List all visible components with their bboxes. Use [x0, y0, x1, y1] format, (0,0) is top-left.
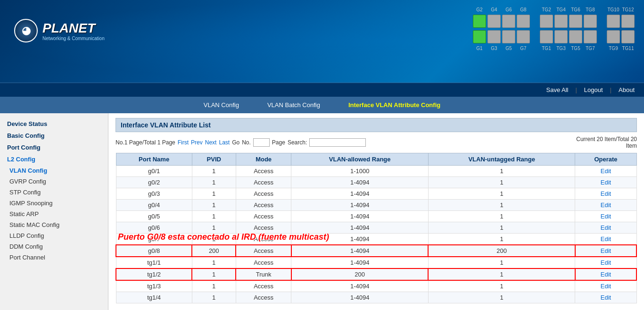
vlan-attribute-table: Port Name PVID Mode VLAN-allowed Range V…	[116, 153, 637, 303]
port-top-row[interactable]	[473, 15, 635, 28]
sidebar-item-port-channel[interactable]: Port Channel	[0, 252, 108, 263]
header: ◕ PLANET Networking & Communication G2 G…	[0, 0, 644, 83]
table-row: g0/1 1 Access 1-1000 1 Edit	[116, 166, 636, 177]
port-TG8[interactable]	[584, 15, 597, 28]
brand-tagline: Networking & Communication	[42, 36, 105, 41]
table-row: g0/5 1 Access 1-4094 1 Edit	[116, 211, 636, 222]
edit-g06[interactable]: Edit	[601, 224, 611, 231]
port-G8[interactable]	[517, 15, 530, 28]
search-input[interactable]	[309, 138, 366, 147]
edit-tg14[interactable]: Edit	[601, 294, 611, 301]
top-nav: Save All | Logout | About	[0, 83, 644, 97]
port-TG6[interactable]	[569, 15, 582, 28]
col-mode: Mode	[236, 153, 291, 166]
main-layout: Device Status Basic Config Port Config L…	[0, 113, 644, 310]
edit-g05[interactable]: Edit	[601, 213, 611, 220]
page-number-input[interactable]	[253, 138, 270, 147]
sidebar-item-static-mac-config[interactable]: Static MAC Config	[0, 219, 108, 230]
sidebar-item-basic-config[interactable]: Basic Config	[0, 130, 108, 142]
port-G4[interactable]	[487, 15, 501, 28]
port-bottom-row[interactable]	[473, 30, 635, 43]
sidebar-item-gvrp-config[interactable]: GVRP Config	[0, 176, 108, 187]
table-row: g0/6 1 Access 1-4094 1 Edit	[116, 222, 636, 234]
edit-g01[interactable]: Edit	[601, 168, 611, 175]
col-vlan-allowed: VLAN-allowed Range	[291, 153, 428, 166]
edit-g04[interactable]: Edit	[601, 201, 611, 209]
sidebar-item-l2-config[interactable]: L2 Config	[0, 153, 108, 165]
pagination-bar: No.1 Page/Total 1 Page First Prev Next L…	[116, 136, 637, 149]
port-TG4[interactable]	[554, 15, 568, 28]
prev-page-link[interactable]: Prev	[191, 139, 203, 146]
port-bottom-labels: G1 G3 G5 G7 TG1 TG3 TG5 TG7 TG9 TG11	[473, 46, 635, 51]
table-row: g0/4 1 Access 1-4094 1 Edit	[116, 200, 636, 211]
brand-name: PLANET	[42, 21, 105, 36]
edit-g08[interactable]: Edit	[601, 247, 611, 254]
menu-bar: VLAN Config VLAN Batch Config Interface …	[0, 97, 644, 113]
no-label: No.	[242, 139, 251, 146]
port-panel: G2 G4 G6 G8 TG2 TG4 TG6 TG8 TG10 TG12	[473, 7, 635, 51]
go-label: Go	[232, 139, 239, 146]
sidebar-item-port-config[interactable]: Port Config	[0, 142, 108, 153]
port-TG5[interactable]	[569, 30, 582, 43]
logo-text: PLANET Networking & Communication	[42, 21, 105, 41]
sidebar-item-device-status[interactable]: Device Status	[0, 118, 108, 130]
port-G6[interactable]	[502, 15, 515, 28]
col-pvid: PVID	[192, 153, 236, 166]
port-TG11[interactable]	[621, 30, 635, 43]
table-row-g08: g0/8 200 Access 1-4094 200 Edit	[116, 245, 636, 257]
port-TG1[interactable]	[540, 30, 553, 43]
port-TG2[interactable]	[540, 15, 553, 28]
edit-g02[interactable]: Edit	[601, 179, 611, 186]
menu-interface-vlan-attr-config[interactable]: Interface VLAN Attribute Config	[348, 101, 440, 109]
edit-tg12[interactable]: Edit	[601, 271, 611, 278]
col-port-name: Port Name	[116, 153, 192, 166]
logout-link[interactable]: Logout	[584, 86, 603, 93]
port-G1[interactable]	[473, 30, 486, 43]
menu-vlan-batch-config[interactable]: VLAN Batch Config	[267, 101, 320, 109]
page-info: No.1 Page/Total 1 Page	[116, 139, 175, 146]
sidebar-item-lldp-config[interactable]: LLDP Config	[0, 230, 108, 241]
first-page-link[interactable]: First	[178, 139, 189, 146]
port-G2[interactable]	[473, 15, 486, 28]
sidebar: Device Status Basic Config Port Config L…	[0, 113, 108, 310]
table-row: g0/7 1 Access 1-4094 1 Edit	[116, 234, 636, 245]
menu-vlan-config[interactable]: VLAN Config	[204, 101, 239, 109]
sidebar-item-vlan-config[interactable]: VLAN Config	[0, 165, 108, 176]
panel-title: Interface VLAN Attribute List	[116, 118, 637, 132]
table-row: tg1/4 1 Access 1-4094 1 Edit	[116, 292, 636, 303]
table-row: tg1/1 1 Access 1-4094 1 Edit	[116, 257, 636, 268]
port-TG3[interactable]	[554, 30, 568, 43]
table-row: g0/2 1 Access 1-4094 1 Edit	[116, 177, 636, 188]
port-G7[interactable]	[517, 30, 530, 43]
next-page-link[interactable]: Next	[205, 139, 217, 146]
last-page-link[interactable]: Last	[219, 139, 230, 146]
sidebar-item-stp-config[interactable]: STP Config	[0, 187, 108, 198]
logo-icon: ◕	[14, 19, 38, 42]
search-label: Search:	[288, 139, 307, 146]
port-TG7[interactable]	[584, 30, 597, 43]
edit-tg13[interactable]: Edit	[601, 283, 611, 290]
sidebar-item-static-arp[interactable]: Static ARP	[0, 209, 108, 219]
table-wrapper: Puerto G0/8 esta conectado al IRD (fuent…	[116, 153, 637, 303]
port-G3[interactable]	[487, 30, 501, 43]
port-TG12[interactable]	[621, 15, 635, 28]
about-link[interactable]: About	[619, 86, 635, 93]
edit-tg11[interactable]: Edit	[601, 259, 611, 266]
logo: ◕ PLANET Networking & Communication	[14, 19, 105, 42]
col-vlan-untagged: VLAN-untagged Range	[428, 153, 575, 166]
table-row: g0/3 1 Access 1-4094 1 Edit	[116, 188, 636, 200]
col-operate: Operate	[575, 153, 636, 166]
save-all-link[interactable]: Save All	[546, 86, 568, 93]
port-top-labels: G2 G4 G6 G8 TG2 TG4 TG6 TG8 TG10 TG12	[473, 7, 635, 12]
sidebar-item-ddm-config[interactable]: DDM Config	[0, 241, 108, 252]
sidebar-item-igmp-snooping[interactable]: IGMP Snooping	[0, 198, 108, 209]
content-area: Interface VLAN Attribute List No.1 Page/…	[108, 113, 644, 310]
current-info: Current 20 Item/Total 20 Item	[576, 136, 637, 149]
table-row: tg1/3 1 Access 1-4094 1 Edit	[116, 280, 636, 292]
table-row-tg12: tg1/2 1 Trunk 200 1 Edit	[116, 268, 636, 280]
port-TG9[interactable]	[607, 30, 620, 43]
edit-g07[interactable]: Edit	[601, 235, 611, 243]
port-TG10[interactable]	[607, 15, 620, 28]
edit-g03[interactable]: Edit	[601, 190, 611, 197]
port-G5[interactable]	[502, 30, 515, 43]
